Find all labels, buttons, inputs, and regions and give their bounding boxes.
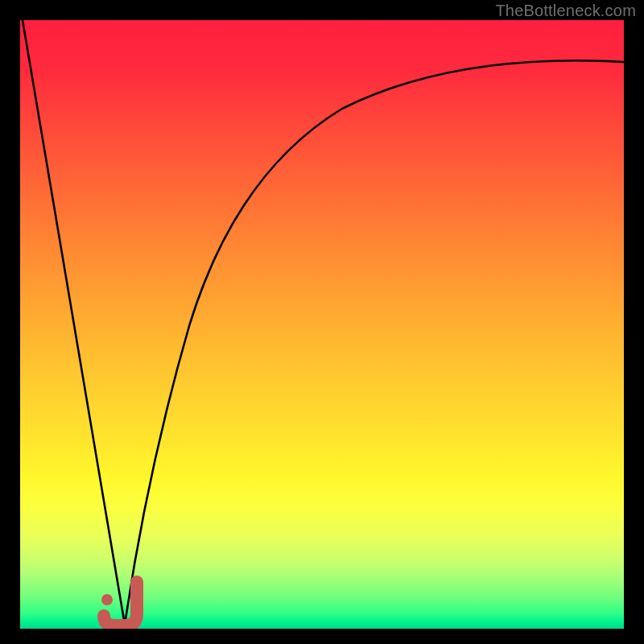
curve-right-branch bbox=[125, 60, 624, 625]
watermark-text: TheBottleneck.com bbox=[495, 2, 636, 20]
plot-area bbox=[20, 20, 624, 629]
bottleneck-curve bbox=[20, 20, 624, 629]
chart-stage: TheBottleneck.com bbox=[0, 0, 644, 644]
curve-left-branch bbox=[23, 20, 125, 625]
j-marker-dot bbox=[101, 594, 113, 605]
